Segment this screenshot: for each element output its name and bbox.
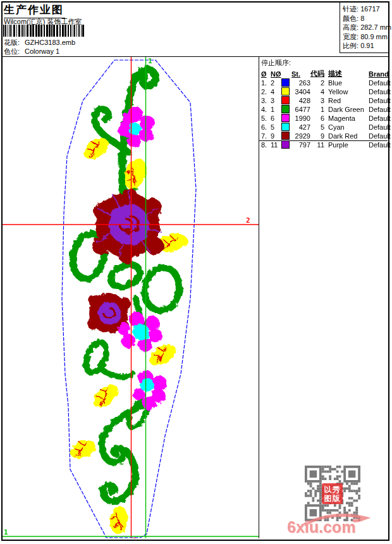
col-code: 代码	[310, 69, 324, 78]
col-swatch	[281, 69, 291, 78]
cell-desc: Dark Red	[324, 132, 369, 140]
stamp-line2: 图版	[322, 494, 343, 503]
cell-brand: Default	[369, 105, 392, 114]
cell-desc: Purple	[324, 140, 369, 149]
stat-stitches: 针迹: 16717	[343, 4, 388, 14]
stat-height: 高度: 282.7 mm	[343, 23, 388, 32]
cell-brand: Default	[369, 132, 392, 140]
stat-width: 宽度: 80.9 mm	[343, 32, 388, 42]
thread-color-swatch	[281, 87, 291, 96]
cell-seq: 1.	[261, 78, 271, 87]
stop-sequence-title: 停止顺序:	[261, 58, 386, 68]
table-row: 7.929299Dark RedDefault	[261, 132, 392, 140]
cell-brand: Default	[369, 140, 392, 149]
pattern-label: 花版:	[4, 38, 23, 47]
table-header-row: Ø NØ St. 代码 描述 Brand 元素	[261, 69, 392, 78]
cell-code: 9	[310, 132, 324, 140]
start-marker-top: 1	[148, 57, 152, 65]
start-marker-bottom: 1	[4, 528, 8, 536]
cell-brand: Default	[369, 87, 392, 96]
cell-needle: 2	[271, 78, 281, 87]
cell-desc: Cyan	[324, 123, 369, 132]
col-brand: Brand	[369, 69, 392, 78]
page-title: 生产作业图	[4, 3, 65, 18]
cell-needle: 5	[271, 123, 281, 132]
cell-brand: Default	[369, 96, 392, 105]
cell-stitches: 2929	[291, 132, 310, 140]
thread-color-swatch	[281, 114, 291, 123]
col-stitches: St.	[291, 69, 310, 78]
stat-scale: 比例: 0.91	[343, 41, 388, 51]
table-row: 5.619906MagentaDefault	[261, 114, 392, 123]
table-row: 4.164771Dark GreenDefault	[261, 105, 392, 114]
cell-seq: 5.	[261, 114, 271, 123]
cell-code: 11	[310, 140, 324, 149]
cell-stitches: 3404	[291, 87, 310, 96]
stop-sequence-box: 停止顺序: Ø NØ St. 代码 描述 Brand 元素 1.22632Blu…	[259, 57, 388, 141]
cell-brand: Default	[369, 114, 392, 123]
cell-code: 4	[310, 87, 324, 96]
watermark-text: 6xiu.com	[287, 518, 355, 536]
cell-code: 3	[310, 96, 324, 105]
cell-seq: 3.	[261, 96, 271, 105]
stats-box: 针迹: 16717 颜色: 8 高度: 282.7 mm 宽度: 80.9 mm…	[340, 3, 388, 53]
thread-color-swatch	[281, 105, 291, 114]
cell-stitches: 427	[291, 123, 310, 132]
cell-code: 5	[310, 123, 324, 132]
thread-color-swatch	[281, 78, 291, 87]
cell-stitches: 797	[291, 140, 310, 149]
col-needle: NØ	[271, 69, 281, 78]
cell-stitches: 428	[291, 96, 310, 105]
end-marker-bottom: 2	[133, 536, 137, 538]
pattern-filename: GZHC3183.emb	[25, 39, 75, 46]
worksheet-page: 生产作业图 Wilcom(汇京) 装饰工作室 花版: GZHC3183.emb …	[1, 1, 389, 541]
barcode-image	[3, 25, 87, 37]
cell-stitches: 6477	[291, 105, 310, 114]
colorway-label: 色位:	[4, 47, 23, 56]
cell-stitches: 1990	[291, 114, 310, 123]
colorway-row: 色位: Colorway 1	[4, 47, 59, 56]
stat-colors: 颜色: 8	[343, 14, 388, 23]
cell-code: 6	[310, 114, 324, 123]
cell-needle: 9	[271, 132, 281, 140]
pattern-row: 花版: GZHC3183.emb	[4, 38, 75, 47]
thread-color-swatch	[281, 140, 291, 149]
cell-needle: 6	[271, 114, 281, 123]
cell-needle: 4	[271, 87, 281, 96]
cell-desc: Yellow	[324, 87, 369, 96]
cell-seq: 4.	[261, 105, 271, 114]
cell-desc: Blue	[324, 78, 369, 87]
stop-sequence-table: Ø NØ St. 代码 描述 Brand 元素 1.22632BlueDefau…	[261, 69, 392, 149]
table-row: 6.54275CyanDefault	[261, 123, 392, 132]
stamp-line1: 以秀	[322, 485, 343, 494]
cell-code: 1	[310, 105, 324, 114]
embroidery-stitches	[67, 70, 189, 535]
cell-seq: 8.	[261, 140, 271, 149]
cell-desc: Red	[324, 96, 369, 105]
embroidery-design-canvas: 1 2 1 2	[3, 57, 259, 538]
rose-flower	[92, 189, 164, 263]
cell-brand: Default	[369, 123, 392, 132]
design-preview: 1 2 1 2	[3, 57, 259, 538]
cell-needle: 3	[271, 96, 281, 105]
cell-needle: 1	[271, 105, 281, 114]
cell-seq: 6.	[261, 123, 271, 132]
table-row: 2.434044YellowDefault	[261, 87, 392, 96]
thread-color-swatch	[281, 96, 291, 105]
cell-stitches: 263	[291, 78, 310, 87]
col-seq: Ø	[261, 69, 271, 78]
watermark: 6xiu.com	[286, 512, 372, 537]
col-desc: 描述	[324, 69, 369, 78]
thread-color-swatch	[281, 132, 291, 140]
cell-desc: Dark Green	[324, 105, 369, 114]
cell-desc: Magenta	[324, 114, 369, 123]
cell-seq: 2.	[261, 87, 271, 96]
table-row: 1.22632BlueDefault	[261, 78, 392, 87]
cell-code: 2	[310, 78, 324, 87]
end-marker-right: 2	[246, 216, 250, 225]
table-row: 8.1179711PurpleDefault	[261, 140, 392, 149]
right-panel: 停止顺序: Ø NØ St. 代码 描述 Brand 元素 1.22632Blu…	[259, 57, 388, 538]
thread-color-swatch	[281, 123, 291, 132]
colorway-value: Colorway 1	[25, 47, 59, 55]
cell-seq: 7.	[261, 132, 271, 140]
